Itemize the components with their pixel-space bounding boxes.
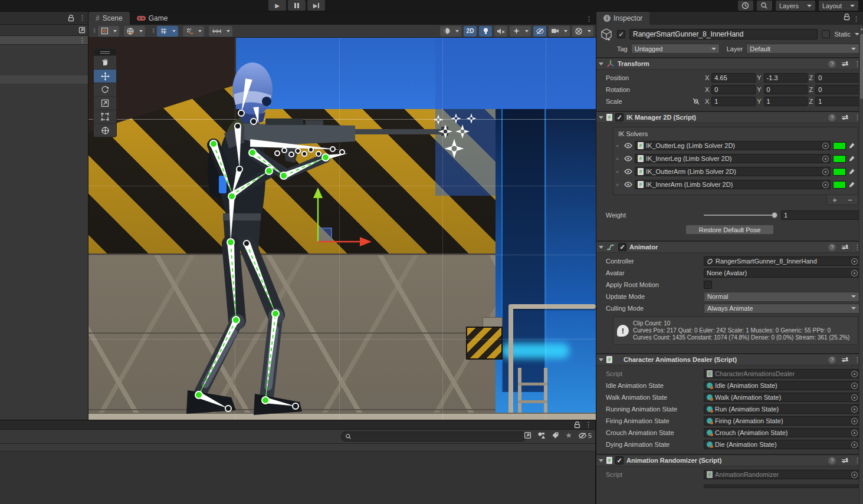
inspector-lock-icon[interactable] xyxy=(844,14,850,21)
animator-enabled-checkbox[interactable]: ✓ xyxy=(618,243,626,251)
update-mode-dropdown[interactable]: Normal xyxy=(704,292,859,302)
animation-state-field[interactable]: Walk (Animation State) xyxy=(704,393,859,402)
move-tool[interactable] xyxy=(94,69,116,83)
gizmo-color-swatch[interactable] xyxy=(833,155,846,163)
object-picker-icon[interactable] xyxy=(851,406,858,413)
panel-menu-icon[interactable]: ⋮ xyxy=(79,15,86,21)
visibility-eye-icon[interactable] xyxy=(624,143,632,149)
object-picker-icon[interactable] xyxy=(851,472,858,478)
ik-solver-object-field[interactable]: #IK_OutterArm (Limb Solver 2D) xyxy=(635,167,831,176)
transform-tool[interactable] xyxy=(94,123,116,137)
avatar-field[interactable]: None (Avatar) xyxy=(704,268,859,278)
preset-icon[interactable] xyxy=(842,459,848,462)
position-x-field[interactable]: 4.65 xyxy=(711,73,756,83)
animator-header[interactable]: ✓ Animator ? ⋮ xyxy=(596,241,863,253)
open-window-icon[interactable] xyxy=(78,27,86,34)
ik-enabled-checkbox[interactable]: ✓ xyxy=(615,113,624,121)
eyedropper-icon[interactable] xyxy=(848,155,855,162)
project-lock-icon[interactable] xyxy=(574,421,580,429)
ik-solver-object-field[interactable]: #IK_OutterLeg (Limb Solver 2D) xyxy=(635,141,831,150)
snap-increment-dropdown[interactable] xyxy=(224,26,232,37)
effects-dropdown[interactable] xyxy=(523,26,531,37)
object-picker-icon[interactable] xyxy=(851,383,858,389)
foldout-icon[interactable] xyxy=(599,459,603,462)
ik-solver-row[interactable]: = #IK_OutterArm (Limb Solver 2D) xyxy=(616,165,855,178)
randomizer-enabled-checkbox[interactable]: ✓ xyxy=(615,456,624,465)
grid-axis-dropdown[interactable] xyxy=(170,26,178,37)
visibility-eye-icon[interactable] xyxy=(624,169,632,174)
tag-dropdown[interactable]: Untagged xyxy=(631,44,720,54)
scene-viewport[interactable] xyxy=(88,38,596,420)
inspector-menu-icon[interactable]: ⋮ xyxy=(853,16,859,22)
position-z-field[interactable]: 0 xyxy=(815,73,859,83)
object-picker-icon[interactable] xyxy=(822,169,829,175)
list-item[interactable] xyxy=(0,75,88,84)
camera-icon[interactable] xyxy=(549,26,562,37)
project-search-input[interactable] xyxy=(341,431,527,442)
scale-tool[interactable] xyxy=(94,96,116,110)
open-window-icon[interactable] xyxy=(524,431,531,439)
2d-toggle[interactable]: 2D xyxy=(464,26,477,37)
effects-icon[interactable] xyxy=(510,26,523,37)
global-pivot-dropdown[interactable] xyxy=(137,26,145,37)
rotation-y-field[interactable]: 0 xyxy=(764,85,808,94)
rotate-tool[interactable] xyxy=(94,83,116,96)
visibility-eye-icon[interactable] xyxy=(624,182,632,187)
weight-slider[interactable] xyxy=(704,215,776,216)
apply-root-motion-checkbox[interactable] xyxy=(704,281,712,289)
toolbar-grip[interactable]: ‖ xyxy=(93,28,96,34)
favorites-star-icon[interactable]: ★ xyxy=(565,431,572,440)
script-field[interactable]: #CharacterAnimationsDealer xyxy=(704,369,859,378)
palette-drag-handle[interactable] xyxy=(94,49,116,55)
pause-button[interactable] xyxy=(288,0,306,11)
layout-dropdown[interactable]: Layout xyxy=(819,1,858,11)
preset-icon[interactable] xyxy=(842,246,848,249)
object-picker-icon[interactable] xyxy=(851,371,858,377)
rect-tool[interactable] xyxy=(94,110,116,123)
preset-icon[interactable] xyxy=(842,116,848,119)
controller-field[interactable]: RangerSmartGunner_8_InnerHand xyxy=(704,256,859,266)
help-icon[interactable]: ? xyxy=(828,457,836,465)
object-picker-icon[interactable] xyxy=(822,143,829,149)
scene-visibility-icon[interactable] xyxy=(533,26,546,37)
gameobject-cube-icon[interactable] xyxy=(600,28,613,41)
foldout-icon[interactable] xyxy=(599,116,603,119)
tab-inspector[interactable]: i Inspector xyxy=(596,12,649,25)
snap-grid-dropdown[interactable] xyxy=(196,26,204,37)
step-button[interactable]: ▶ xyxy=(307,0,325,11)
label-tag-icon[interactable] xyxy=(552,431,559,439)
hidden-count-toggle[interactable]: 5 xyxy=(578,432,592,439)
help-icon[interactable]: ? xyxy=(828,243,836,251)
eyedropper-icon[interactable] xyxy=(848,168,855,175)
view-hand-tool[interactable] xyxy=(94,55,116,69)
list-menu-icon[interactable]: ⋮ xyxy=(79,37,86,44)
global-pivot-icon[interactable] xyxy=(124,26,137,37)
audio-mute-icon[interactable] xyxy=(494,26,507,37)
lock-icon[interactable] xyxy=(68,15,74,22)
help-icon[interactable]: ? xyxy=(828,356,836,364)
weight-value-field[interactable]: 1 xyxy=(781,210,859,220)
foldout-icon[interactable] xyxy=(599,62,603,65)
gizmo-color-swatch[interactable] xyxy=(833,168,846,176)
help-icon[interactable]: ? xyxy=(828,60,836,68)
object-picker-icon[interactable] xyxy=(851,270,858,276)
snap-grid-icon[interactable] xyxy=(183,26,196,37)
ik-manager-header[interactable]: # ✓ IK Manager 2D (Script) ? ⋮ xyxy=(596,111,863,123)
tab-scene[interactable]: # Scene xyxy=(88,12,130,25)
foldout-icon[interactable] xyxy=(599,246,603,249)
tool-settings-dropdown[interactable] xyxy=(111,26,119,37)
animation-state-field[interactable]: Idle (Animation State) xyxy=(704,381,859,390)
scale-x-field[interactable]: 1 xyxy=(711,97,756,106)
object-picker-icon[interactable] xyxy=(822,156,829,162)
gizmos-icon[interactable] xyxy=(572,26,585,37)
project-menu-icon[interactable]: ⋮ xyxy=(585,421,592,428)
transform-header[interactable]: Transform ? ⋮ xyxy=(596,58,863,70)
snap-increment-icon[interactable] xyxy=(209,26,224,37)
lighting-toggle-icon[interactable] xyxy=(479,26,492,37)
drag-handle-icon[interactable]: = xyxy=(616,143,622,149)
object-picker-icon[interactable] xyxy=(851,442,858,448)
culling-mode-dropdown[interactable]: Always Animate xyxy=(704,304,859,314)
ik-solver-row[interactable]: = #IK_InnerLeg (Limb Solver 2D) xyxy=(616,152,855,165)
drag-handle-icon[interactable]: = xyxy=(616,182,622,187)
ik-solver-object-field[interactable]: #IK_InnerArm (Limb Solver 2D) xyxy=(635,180,831,189)
